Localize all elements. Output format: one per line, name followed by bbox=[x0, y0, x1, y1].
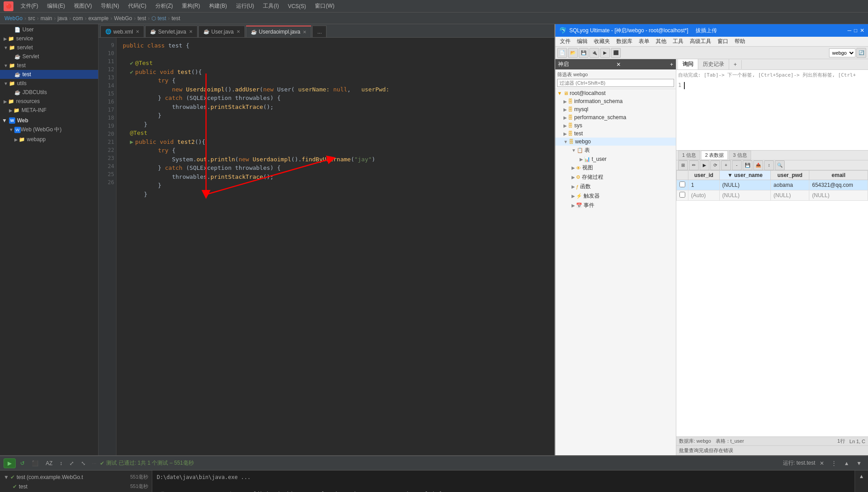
stop-button[interactable]: ⬛ bbox=[29, 459, 41, 468]
sqlyog-row1-check[interactable] bbox=[677, 180, 688, 190]
sqlyog-table-row-new[interactable]: (Auto) (NULL) (NULL) (NULL) bbox=[677, 190, 868, 201]
sqlyog-db-sys[interactable]: ▶ 🗄 sys bbox=[555, 121, 676, 129]
sidebar-item-web-webgo[interactable]: ▼ W Web (WebGo 中) bbox=[0, 125, 98, 135]
sqlyog-db-perf[interactable]: ▶ 🗄 performance_schema bbox=[555, 113, 676, 121]
sidebar-item-resources[interactable]: ▶ 📁 resources bbox=[0, 97, 98, 106]
console-scroll-up[interactable]: ▲ bbox=[858, 472, 865, 480]
sqlyog-tb-run[interactable]: ▶ bbox=[600, 48, 610, 58]
sqlyog-col-userid[interactable]: user_id bbox=[688, 171, 720, 180]
sqlyog-menu-db[interactable]: 数据库 bbox=[614, 37, 635, 46]
sqlyog-result-tb-2[interactable]: ✏ bbox=[689, 160, 699, 170]
sqlyog-menu-help[interactable]: 帮助 bbox=[732, 37, 748, 46]
sqlyog-rownew-check[interactable] bbox=[677, 190, 688, 201]
sqlyog-db-mysql[interactable]: ▶ 🗄 mysql bbox=[555, 105, 676, 113]
sqlyog-result-tb-6[interactable]: - bbox=[732, 160, 742, 170]
sqlyog-webgo-events[interactable]: ▶ 📅 事件 bbox=[555, 201, 676, 210]
menu-vcs[interactable]: VCS(S) bbox=[284, 2, 310, 11]
sqlyog-filter-input[interactable] bbox=[557, 79, 674, 87]
tab-userdaoimpl[interactable]: ☕ Userdaoimpl.java ✕ bbox=[246, 26, 312, 37]
menu-nav[interactable]: 导航(N) bbox=[97, 1, 123, 11]
menu-code[interactable]: 代码(C) bbox=[125, 1, 150, 11]
bottom-scroll-down-btn[interactable]: ▼ bbox=[854, 459, 864, 468]
sqlyog-tab-history[interactable]: 历史记录 bbox=[698, 59, 729, 69]
sqlyog-close-btn[interactable]: ✕ bbox=[860, 27, 864, 34]
expand-button[interactable]: ⤢ bbox=[67, 459, 77, 468]
sqlyog-webgo-funcs[interactable]: ▶ ƒ 函数 bbox=[555, 182, 676, 191]
sqlyog-table-row-1[interactable]: 1 (NULL) aobama 654321@qq.com bbox=[677, 180, 868, 190]
sqlyog-maximize-btn[interactable]: □ bbox=[854, 27, 857, 34]
menu-analyze[interactable]: 分析(Z) bbox=[152, 1, 176, 11]
sqlyog-result-tb-8[interactable]: 📤 bbox=[753, 160, 763, 170]
sqlyog-tree-add[interactable]: + bbox=[670, 61, 673, 68]
tab-userdaoimpl-close[interactable]: ✕ bbox=[303, 30, 306, 35]
menu-window[interactable]: 窗口(W) bbox=[311, 1, 338, 11]
sqlyog-menu-edit[interactable]: 编辑 bbox=[574, 37, 590, 46]
sqlyog-webgo-views[interactable]: ▶ 👁 视图 bbox=[555, 163, 676, 173]
sqlyog-db-test[interactable]: ▶ 🗄 test bbox=[555, 129, 676, 138]
sqlyog-menu-tools[interactable]: 工具 bbox=[670, 37, 686, 46]
sqlyog-tab-query[interactable]: 询问 bbox=[678, 59, 698, 69]
sqlyog-col-email[interactable]: email bbox=[809, 171, 868, 180]
run-button[interactable]: ▶ bbox=[4, 458, 16, 468]
sidebar-item-metainf[interactable]: ▶ 📁 META-INF bbox=[0, 106, 98, 115]
menu-refactor[interactable]: 重构(R) bbox=[178, 1, 204, 11]
sqlyog-table-tuser[interactable]: ▶ 📊 t_user bbox=[555, 155, 676, 163]
code-editor[interactable]: public class test { ✔ @Test ✔ public voi… bbox=[116, 38, 554, 455]
sidebar-item-jdbcutils[interactable]: ☕ JDBCUtils bbox=[0, 88, 98, 97]
sqlyog-query-area[interactable]: 自动完成: [Tab]-> 下一个标签, [Ctrl+Space]-> 列出所有… bbox=[676, 70, 868, 151]
sqlyog-tb-stop[interactable]: ⬛ bbox=[611, 48, 621, 58]
menu-edit[interactable]: 编辑(E) bbox=[43, 1, 69, 11]
sqlyog-tab-add[interactable]: + bbox=[729, 60, 742, 69]
sqlyog-db-info[interactable]: ▶ 🗄 information_schema bbox=[555, 97, 676, 105]
sqlyog-result-tb-sort[interactable]: ↕ bbox=[764, 160, 774, 170]
sqlyog-tb-refresh[interactable]: 🔄 bbox=[856, 48, 866, 58]
toggle-button[interactable]: AZ bbox=[43, 459, 55, 468]
test-item-root[interactable]: ▼ ✔ test (com.example.WebGo.t 551毫秒 bbox=[2, 472, 150, 482]
sqlyog-tb-save[interactable]: 💾 bbox=[579, 48, 589, 58]
sqlyog-tb-connect[interactable]: 🔌 bbox=[589, 48, 599, 58]
sqlyog-result-tab-data[interactable]: 2 表数据 bbox=[701, 151, 728, 160]
sqlyog-result-tb-4[interactable]: ⟳ bbox=[710, 160, 720, 170]
sqlyog-result-tab-info3[interactable]: 3 信息 bbox=[729, 151, 751, 160]
collapse-button[interactable]: ⤡ bbox=[78, 459, 88, 468]
sqlyog-menu-window[interactable]: 窗口 bbox=[715, 37, 731, 46]
sidebar-item-service[interactable]: ▶ 📁 service bbox=[0, 34, 98, 43]
tab-webxml-close[interactable]: ✕ bbox=[136, 29, 139, 34]
sqlyog-menu-other[interactable]: 其他 bbox=[653, 37, 669, 46]
tab-servlet-close[interactable]: ✕ bbox=[189, 29, 193, 34]
sqlyog-col-username[interactable]: ▼ user_name bbox=[719, 171, 770, 180]
sqlyog-result-tb-3[interactable]: ▶ bbox=[700, 160, 709, 170]
sqlyog-menu-file[interactable]: 文件 bbox=[557, 37, 573, 46]
sort-button[interactable]: ↕ bbox=[57, 459, 65, 468]
sqlyog-menu-favorites[interactable]: 收藏夹 bbox=[591, 37, 613, 46]
menu-build[interactable]: 构建(B) bbox=[206, 1, 231, 11]
sqlyog-minimize-btn[interactable]: ─ bbox=[847, 27, 851, 34]
sqlyog-tree-close[interactable]: ✕ bbox=[616, 61, 621, 68]
tab-webxml[interactable]: 🌐 web.xml ✕ bbox=[100, 26, 144, 37]
tab-more[interactable]: ... bbox=[312, 26, 327, 37]
menu-run[interactable]: 运行(U) bbox=[232, 1, 258, 11]
sqlyog-menu-advanced[interactable]: 高级工具 bbox=[687, 37, 714, 46]
sidebar-item-servlet-file[interactable]: ☕ Servlet bbox=[0, 52, 98, 61]
bottom-scroll-up-btn[interactable]: ▲ bbox=[841, 459, 852, 468]
test-item-child[interactable]: ✔ test 551毫秒 bbox=[2, 482, 150, 491]
sqlyog-webgo-triggers[interactable]: ▶ ⚡ 触发器 bbox=[555, 191, 676, 201]
menu-file[interactable]: 文件(F) bbox=[17, 1, 42, 11]
sqlyog-webgo-tables[interactable]: ▼ 📋 表 bbox=[555, 146, 676, 155]
sqlyog-tb-open[interactable]: 📂 bbox=[568, 48, 578, 58]
sqlyog-col-userpwd[interactable]: user_pwd bbox=[771, 171, 809, 180]
sqlyog-tree-root[interactable]: ▼ 🖥 root@localhost bbox=[555, 89, 676, 97]
sqlyog-db-webgo[interactable]: ▼ 🗄 webgo bbox=[555, 138, 676, 146]
menu-tools[interactable]: 工具(I) bbox=[259, 1, 282, 11]
sidebar-item-webapp[interactable]: ▶ 📁 webapp bbox=[0, 135, 98, 144]
sqlyog-webgo-procs[interactable]: ▶ ⚙ 存储过程 bbox=[555, 173, 676, 182]
tab-user-close[interactable]: ✕ bbox=[236, 29, 240, 34]
sqlyog-result-tb-filter[interactable]: 🔍 bbox=[775, 160, 785, 170]
sqlyog-result-tab-info[interactable]: 1 信息 bbox=[678, 151, 700, 160]
sidebar-item-test-folder[interactable]: ▼ 📁 test bbox=[0, 61, 98, 70]
sqlyog-menu-table[interactable]: 表单 bbox=[636, 37, 652, 46]
sidebar-item-servlet-folder[interactable]: ▼ 📁 servlet bbox=[0, 43, 98, 52]
rerun-button[interactable]: ↺ bbox=[17, 459, 27, 468]
sidebar-item-utils[interactable]: ▼ 📁 utils bbox=[0, 79, 98, 88]
tab-servlet[interactable]: ☕ Servlet.java ✕ bbox=[145, 26, 198, 37]
